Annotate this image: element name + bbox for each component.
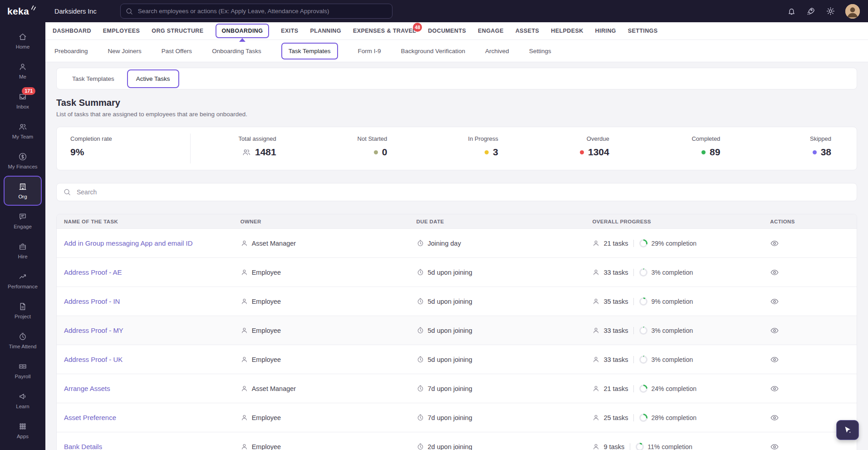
view-task-button[interactable]	[770, 413, 779, 422]
view-tab-active-tasks[interactable]: Active Tasks	[127, 69, 179, 88]
progress-separator	[633, 327, 634, 334]
nav-tab-engage[interactable]: ENGAGE	[478, 28, 504, 34]
view-task-button[interactable]	[770, 268, 779, 277]
sidebar-item-time-attend[interactable]: Time Attend	[4, 326, 42, 356]
view-tab-task-templates[interactable]: Task Templates	[65, 71, 122, 87]
user-avatar[interactable]	[845, 4, 860, 19]
sidebar-item-learn[interactable]: Learn	[4, 386, 42, 415]
nav-tab-exits[interactable]: EXITS	[281, 28, 298, 34]
eye-icon	[770, 326, 779, 335]
stat-value: 0	[382, 147, 387, 158]
nav-tab-planning[interactable]: PLANNING	[310, 28, 341, 34]
progress-label: 9% completion	[651, 298, 693, 305]
tasks-table: NAME OF THE TASKOWNERDUE DATEOVERALL PRO…	[56, 214, 857, 450]
global-search[interactable]	[120, 4, 392, 19]
subnav-tab-task-templates[interactable]: Task Templates	[281, 43, 338, 59]
user-icon	[592, 326, 600, 334]
nav-tab-documents[interactable]: DOCUMENTS	[428, 28, 466, 34]
nav-tab-assets[interactable]: ASSETS	[515, 28, 539, 34]
task-name-link[interactable]: Address Proof - MY	[64, 326, 123, 334]
nav-tab-helpdesk[interactable]: HELPDESK	[551, 28, 583, 34]
sidebar-item-label: Apps	[17, 434, 29, 439]
task-name-link[interactable]: Address Proof - AE	[64, 268, 122, 276]
subnav-tab-settings[interactable]: Settings	[529, 48, 551, 54]
view-task-button[interactable]	[770, 384, 779, 393]
clock-icon	[417, 443, 424, 450]
subnav-tab-background-verification[interactable]: Background Verification	[401, 48, 466, 54]
main-nav: DASHBOARDEMPLOYEESORG STRUCTUREONBOARDIN…	[45, 22, 868, 40]
task-name-link[interactable]: Address Proof - UK	[64, 356, 123, 363]
global-search-input[interactable]	[137, 7, 387, 15]
sidebar-item-inbox[interactable]: Inbox171	[4, 86, 42, 116]
sidebar-item-home[interactable]: Home	[4, 26, 42, 56]
nav-tab-settings[interactable]: SETTINGS	[628, 28, 658, 34]
sidebar-item-engage[interactable]: Engage	[4, 206, 42, 236]
page-title: Task Summary	[56, 98, 857, 108]
sidebar-item-label: Learn	[16, 404, 29, 409]
inbox-count-badge: 171	[22, 87, 35, 95]
user-icon	[592, 385, 600, 392]
subnav-tab-past-offers[interactable]: Past Offers	[162, 48, 192, 54]
task-name-link[interactable]: Add in Group messaging App and email ID	[64, 239, 193, 247]
view-task-button[interactable]	[770, 442, 779, 450]
sidebar-item-my-finances[interactable]: My Finances	[4, 146, 42, 176]
assistant-button[interactable]	[836, 420, 859, 440]
nav-tab-dashboard[interactable]: DASHBOARD	[53, 28, 91, 34]
sidebar-item-project[interactable]: Project	[4, 296, 42, 326]
subnav-tab-new-joiners[interactable]: New Joiners	[108, 48, 142, 54]
stat-label: Overdue	[524, 135, 609, 142]
stat-completion-rate: Completion rate 9%	[57, 127, 190, 170]
chat-icon	[18, 212, 27, 221]
stat-label: Total assigned	[191, 135, 276, 142]
cursor-icon	[842, 425, 853, 435]
clock-icon	[417, 297, 424, 305]
owner-text: Employee	[252, 269, 281, 276]
nav-tab-hiring[interactable]: HIRING	[595, 28, 616, 34]
nav-tab-label: DOCUMENTS	[428, 28, 466, 34]
eye-icon	[770, 268, 779, 277]
nav-tab-label: ENGAGE	[478, 28, 504, 34]
subnav-tab-form-i-9[interactable]: Form I-9	[358, 48, 381, 54]
whats-new-icon[interactable]	[806, 6, 816, 16]
sidebar-item-my-team[interactable]: My Team	[4, 116, 42, 146]
table-search[interactable]	[56, 183, 857, 201]
view-task-button[interactable]	[770, 355, 779, 364]
sidebar-item-hire[interactable]: Hire	[4, 236, 42, 266]
user-icon	[18, 62, 27, 71]
active-tab-caret	[239, 38, 245, 42]
owner-text: Employee	[252, 414, 281, 421]
sidebar-item-apps[interactable]: Apps	[4, 415, 42, 445]
view-task-button[interactable]	[770, 326, 779, 335]
nav-tab-employees[interactable]: EMPLOYEES	[103, 28, 140, 34]
keka-logo[interactable]: keka	[7, 6, 36, 17]
sidebar-item-performance[interactable]: Performance	[4, 266, 42, 296]
sidebar-item-payroll[interactable]: Payroll	[4, 356, 42, 386]
logo-area: keka	[0, 6, 45, 17]
column-header-overall-progress: OVERALL PROGRESS	[588, 219, 765, 224]
building-icon	[18, 182, 27, 191]
view-task-button[interactable]	[770, 239, 779, 248]
task-name-link[interactable]: Asset Preference	[64, 414, 116, 421]
task-name-link[interactable]: Address Proof - IN	[64, 297, 120, 305]
task-name-link[interactable]: Bank Details	[64, 443, 102, 450]
sidebar-item-me[interactable]: Me	[4, 56, 42, 86]
clock-icon	[417, 385, 424, 392]
subnav-tab-preboarding[interactable]: Preboarding	[54, 48, 88, 54]
progress-ring	[639, 297, 647, 306]
stat-label: Completed	[635, 135, 721, 142]
subnav-tab-onboarding-tasks[interactable]: Onboarding Tasks	[212, 48, 261, 54]
settings-icon[interactable]	[826, 6, 835, 16]
progress-label: 11% completion	[647, 443, 692, 450]
task-summary-stats: Completion rate 9% Total assigned1481Not…	[56, 127, 857, 170]
sidebar-item-label: Engage	[14, 224, 32, 229]
subnav-tab-archived[interactable]: Archived	[485, 48, 509, 54]
nav-tab-label: EMPLOYEES	[103, 28, 140, 34]
nav-tab-onboarding[interactable]: ONBOARDING	[216, 24, 270, 38]
nav-tab-expenses-travel[interactable]: EXPENSES & TRAVEL48	[353, 28, 416, 34]
table-search-input[interactable]	[76, 188, 850, 196]
notifications-icon[interactable]	[787, 6, 796, 16]
nav-tab-org-structure[interactable]: ORG STRUCTURE	[152, 28, 203, 34]
view-task-button[interactable]	[770, 297, 779, 306]
sidebar-item-org[interactable]: Org	[4, 176, 42, 206]
task-name-link[interactable]: Arrange Assets	[64, 385, 110, 392]
